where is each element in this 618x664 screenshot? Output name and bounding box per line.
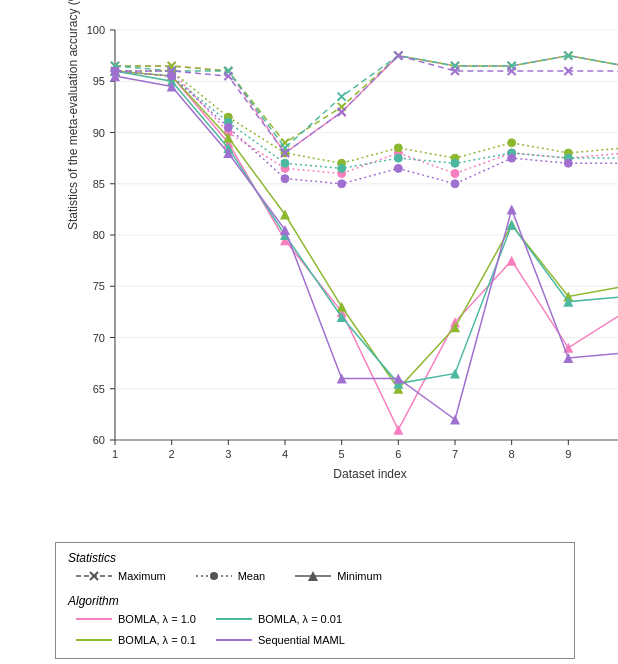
svg-point-193 [224, 123, 232, 131]
svg-point-197 [451, 180, 459, 188]
svg-point-118 [508, 139, 516, 147]
legend-bomla-1: BOMLA, λ = 1.0 [76, 612, 196, 626]
svg-point-116 [394, 144, 402, 152]
svg-text:Dataset index: Dataset index [333, 467, 406, 481]
svg-point-215 [210, 572, 218, 580]
svg-point-154 [281, 159, 289, 167]
svg-text:7: 7 [452, 448, 458, 460]
svg-text:3: 3 [225, 448, 231, 460]
svg-point-196 [394, 164, 402, 172]
bomla-001-label: BOMLA, λ = 0.01 [258, 613, 342, 625]
svg-marker-86 [393, 425, 403, 435]
legend: Statistics Maximum [55, 542, 575, 659]
svg-point-194 [281, 175, 289, 183]
svg-marker-88 [507, 256, 517, 266]
svg-text:4: 4 [282, 448, 288, 460]
legend-bomla-01: BOMLA, λ = 0.1 [76, 633, 196, 647]
svg-text:1: 1 [112, 448, 118, 460]
svg-text:90: 90 [93, 127, 105, 139]
svg-text:Statistics of the meta-evaluat: Statistics of the meta-evaluation accura… [66, 0, 80, 230]
legend-mean: Mean [196, 569, 266, 583]
algorithm-legend-title: Algorithm [68, 594, 562, 608]
legend-bomla-001: BOMLA, λ = 0.01 [216, 612, 345, 626]
mean-label: Mean [238, 570, 266, 582]
svg-text:60: 60 [93, 434, 105, 446]
legend-maml: Sequential MAML [216, 633, 345, 647]
maximum-label: Maximum [118, 570, 166, 582]
svg-point-195 [338, 180, 346, 188]
minimum-label: Minimum [337, 570, 382, 582]
maml-label: Sequential MAML [258, 634, 345, 646]
svg-text:2: 2 [169, 448, 175, 460]
svg-point-199 [564, 159, 572, 167]
svg-point-77 [451, 170, 459, 178]
svg-text:75: 75 [93, 280, 105, 292]
legend-maximum: Maximum [76, 569, 166, 583]
svg-point-156 [394, 154, 402, 162]
chart-container: (function() { const svg = document.getEl… [0, 0, 618, 664]
bomla-01-label: BOMLA, λ = 0.1 [118, 634, 196, 646]
svg-marker-208 [507, 204, 517, 214]
bomla-1-label: BOMLA, λ = 1.0 [118, 613, 196, 625]
svg-text:9: 9 [565, 448, 571, 460]
statistics-legend-title: Statistics [68, 551, 562, 565]
legend-minimum: Minimum [295, 569, 382, 583]
svg-text:70: 70 [93, 332, 105, 344]
svg-point-157 [451, 159, 459, 167]
svg-text:5: 5 [339, 448, 345, 460]
svg-text:8: 8 [509, 448, 515, 460]
svg-text:95: 95 [93, 75, 105, 87]
svg-point-192 [168, 72, 176, 80]
svg-text:80: 80 [93, 229, 105, 241]
svg-text:65: 65 [93, 383, 105, 395]
svg-point-155 [338, 164, 346, 172]
svg-text:6: 6 [395, 448, 401, 460]
svg-marker-207 [450, 415, 460, 425]
svg-text:100: 100 [87, 24, 105, 36]
svg-text:85: 85 [93, 178, 105, 190]
svg-marker-165 [337, 312, 347, 322]
svg-point-198 [508, 154, 516, 162]
